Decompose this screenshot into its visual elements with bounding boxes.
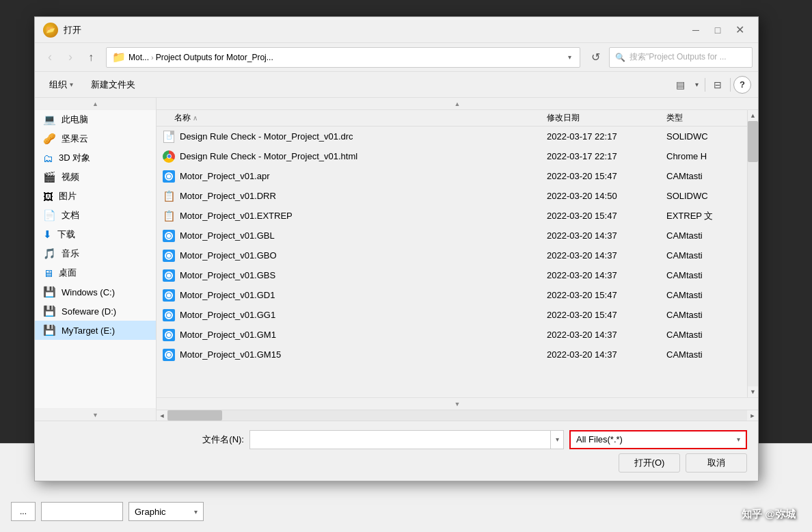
cam-file-icon xyxy=(162,348,176,362)
search-placeholder-text: 搜索"Project Outputs for ... xyxy=(630,51,727,63)
vscroll-up-arrow[interactable]: ▲ xyxy=(748,110,759,121)
file-name: Design Rule Check - Motor_Project_v01.dr… xyxy=(180,131,547,142)
file-list-scroll-down[interactable]: ▼ xyxy=(157,397,758,410)
table-row[interactable]: Motor_Project_v01.GG1 2022-03-20 15:47 C… xyxy=(157,305,758,325)
file-type: CAMtasti xyxy=(666,290,742,300)
mytarget-e-icon: 💾 xyxy=(43,324,56,336)
doc-file-icon: 📋 xyxy=(162,209,176,223)
table-row[interactable]: Design Rule Check - Motor_Project_v01.ht… xyxy=(157,146,758,166)
file-name: Motor_Project_v01.GG1 xyxy=(180,310,547,320)
chrome-file-icon xyxy=(162,150,176,163)
address-dropdown-icon[interactable]: ▾ xyxy=(565,53,574,61)
sidebar-item-mytarget-e[interactable]: 💾 MyTarget (E:) xyxy=(35,321,156,340)
sidebar-item-sofeware-d[interactable]: 💾 Sofeware (D:) xyxy=(35,302,156,321)
desktop-label: 桌面 xyxy=(59,267,77,279)
file-type: CAMtasti xyxy=(666,250,742,261)
sidebar-item-3d[interactable]: 🗂 3D 对象 xyxy=(35,148,156,168)
sidebar-item-pictures[interactable]: 🖼 图片 xyxy=(35,187,156,206)
content-area: ▲ 💻 此电脑 🥜 坚果云 🗂 3D 对象 xyxy=(35,98,758,421)
new-folder-btn[interactable]: 新建文件夹 xyxy=(83,76,143,94)
filename-dropdown-btn[interactable]: ▾ xyxy=(550,430,564,449)
file-date: 2022-03-17 22:17 xyxy=(547,151,666,161)
table-row[interactable]: Motor_Project_v01.GD1 2022-03-20 15:47 C… xyxy=(157,285,758,305)
organize-arrow-icon: ▾ xyxy=(70,81,73,88)
filename-input-area[interactable]: ▾ xyxy=(249,430,564,449)
sidebar-item-videos[interactable]: 🎬 视频 xyxy=(35,168,156,187)
sidebar-item-windows-c[interactable]: 💾 Windows (C:) xyxy=(35,282,156,302)
desktop-icon: 🖥 xyxy=(43,267,53,279)
organize-btn[interactable]: 组织 ▾ xyxy=(42,76,81,94)
table-row[interactable]: Motor_Project_v01.GBS 2022-03-20 14:37 C… xyxy=(157,265,758,285)
hscroll-right-arrow[interactable]: ► xyxy=(747,410,758,421)
sidebar-item-this-pc[interactable]: 💻 此电脑 xyxy=(35,110,156,129)
up-btn[interactable]: ↑ xyxy=(81,48,100,67)
table-row[interactable]: Motor_Project_v01.GM15 2022-03-20 14:37 … xyxy=(157,345,758,364)
table-row[interactable]: Motor_Project_v01.GM1 2022-03-20 14:37 C… xyxy=(157,325,758,345)
this-pc-icon: 💻 xyxy=(43,114,56,126)
cam-file-icon xyxy=(162,269,176,282)
table-row[interactable]: 📋 Motor_Project_v01.DRR 2022-03-20 14:50… xyxy=(157,186,758,206)
close-btn[interactable]: ✕ xyxy=(729,21,750,40)
file-date: 2022-03-20 15:47 xyxy=(547,310,666,320)
doc-file-icon: 📋 xyxy=(162,189,176,203)
cam-file-icon xyxy=(162,170,176,183)
table-row[interactable]: Motor_Project_v01.GBO 2022-03-20 14:37 C… xyxy=(157,245,758,265)
hscroll-left-arrow[interactable]: ◄ xyxy=(157,410,167,421)
address-bar[interactable]: 📁 Mot... › Project Outputs for Motor_Pro… xyxy=(106,47,580,68)
col-header-type[interactable]: 类型 xyxy=(666,112,742,124)
music-icon: 🎵 xyxy=(43,248,56,260)
sidebar-item-downloads[interactable]: ⬇ 下载 xyxy=(35,225,156,244)
file-list-scroll-up[interactable]: ▲ xyxy=(157,98,758,110)
file-date: 2022-03-20 15:47 xyxy=(547,290,666,300)
bg-graphic-select[interactable]: Graphic ▾ xyxy=(128,502,204,521)
file-list-vscrollbar[interactable]: ▲ ▼ xyxy=(747,110,758,397)
file-type: CAMtasti xyxy=(666,171,742,181)
open-btn[interactable]: 打开(O) xyxy=(619,453,680,473)
refresh-btn[interactable]: ↺ xyxy=(586,48,605,67)
search-bar[interactable]: 🔍 搜索"Project Outputs for ... xyxy=(609,47,753,68)
file-type: SOLIDWC xyxy=(666,131,742,142)
filetype-select[interactable]: All Files(*.*) ▾ xyxy=(569,430,747,449)
back-btn[interactable]: ‹ xyxy=(40,48,59,67)
table-row[interactable]: Motor_Project_v01.GBL 2022-03-20 14:37 C… xyxy=(157,226,758,245)
bg-dots-btn[interactable]: ... xyxy=(11,502,36,521)
help-btn[interactable]: ? xyxy=(733,76,751,94)
3d-label: 3D 对象 xyxy=(59,152,90,164)
sidebar-item-jiangguo[interactable]: 🥜 坚果云 xyxy=(35,129,156,148)
table-row[interactable]: 📋 Motor_Project_v01.EXTREP 2022-03-20 15… xyxy=(157,206,758,226)
file-dialog: 📂 打开 ─ □ ✕ ‹ › ↑ 📁 Mot... › Project Outp… xyxy=(34,16,759,481)
file-name: Motor_Project_v01.GBS xyxy=(180,270,547,280)
view-icon-btn[interactable]: ▤ xyxy=(671,75,690,94)
music-label: 音乐 xyxy=(62,248,79,260)
file-icon: 📄 xyxy=(162,130,176,144)
table-row[interactable]: Motor_Project_v01.apr 2022-03-20 15:47 C… xyxy=(157,166,758,186)
pane-btn[interactable]: ⊟ xyxy=(708,75,727,94)
maximize-btn[interactable]: □ xyxy=(707,21,728,40)
sidebar-item-desktop[interactable]: 🖥 桌面 xyxy=(35,263,156,282)
sidebar-item-music[interactable]: 🎵 音乐 xyxy=(35,244,156,263)
vscroll-down-arrow[interactable]: ▼ xyxy=(748,386,759,397)
sidebar-scroll-up[interactable]: ▲ xyxy=(35,98,156,110)
file-name: Motor_Project_v01.GM1 xyxy=(180,330,547,340)
address-separator-1: › xyxy=(151,53,154,62)
col-header-name[interactable]: 名称 ∧ xyxy=(174,112,547,124)
pictures-label: 图片 xyxy=(59,190,77,202)
dialog-title: 打开 xyxy=(64,24,686,36)
search-icon: 🔍 xyxy=(615,53,625,62)
sidebar-item-documents[interactable]: 📄 文档 xyxy=(35,206,156,225)
table-row[interactable]: 📄 Design Rule Check - Motor_Project_v01.… xyxy=(157,127,758,146)
action-bar: 组织 ▾ 新建文件夹 ▤ ▾ ⊟ ? xyxy=(35,72,758,98)
sidebar-scroll-down[interactable]: ▼ xyxy=(35,408,156,421)
bg-graphic-label: Graphic xyxy=(135,507,166,517)
3d-icon: 🗂 xyxy=(43,152,53,164)
forward-btn[interactable]: › xyxy=(61,48,80,67)
view-dropdown-btn[interactable]: ▾ xyxy=(691,75,702,94)
file-list-hscrollbar[interactable]: ◄ ► xyxy=(157,410,758,421)
filename-input[interactable] xyxy=(249,430,550,449)
file-type: CAMtasti xyxy=(666,330,742,340)
filename-label: 文件名(N): xyxy=(202,434,244,446)
col-header-date[interactable]: 修改日期 xyxy=(547,112,666,124)
cancel-btn[interactable]: 取消 xyxy=(686,453,747,473)
file-name: Motor_Project_v01.DRR xyxy=(180,191,547,201)
minimize-btn[interactable]: ─ xyxy=(686,21,706,40)
